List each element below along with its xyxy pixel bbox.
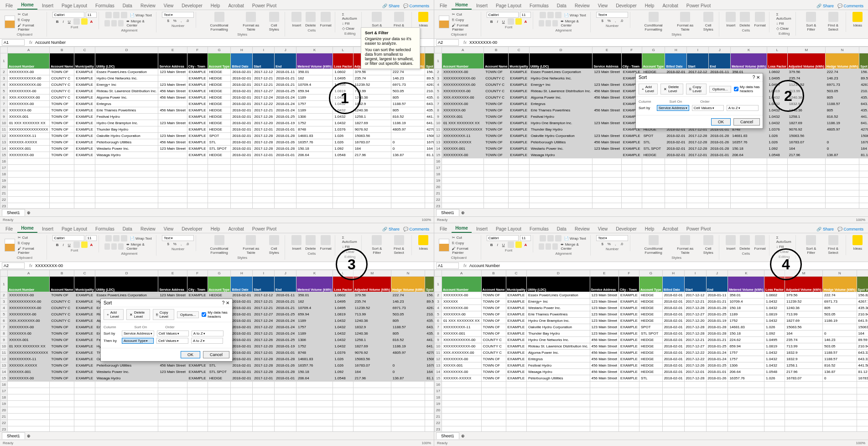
cell[interactable]: STL [639, 375, 662, 382]
number-format[interactable]: Text [596, 235, 628, 241]
cell[interactable]: 1.0376 [333, 126, 353, 133]
cell[interactable]: XXXXXXXX-00 [7, 69, 49, 75]
col-header[interactable]: F [619, 270, 639, 277]
data-row[interactable]: 4XXXXXXXXXXX-00COUNTY CEXAMPLEEnergy+ In… [0, 82, 434, 88]
cell[interactable]: 81.12 [857, 369, 868, 375]
header-cell[interactable]: End [709, 53, 731, 69]
font-name[interactable]: Calibri [52, 12, 84, 18]
fill-color-icon[interactable] [81, 18, 88, 25]
cell[interactable]: EXAMPLE [619, 318, 639, 324]
cell[interactable]: 435.36 [425, 94, 434, 101]
cell[interactable]: EXAMPLE [74, 324, 95, 331]
data-row[interactable]: 11XXX-XXXXXXX-00COUNTY CEXAMPLEAlgoma Po… [435, 350, 868, 356]
cell[interactable]: EXAMPLE [74, 82, 95, 88]
cell[interactable]: 2018-01-28 [709, 146, 731, 152]
cell[interactable]: 659.94 [296, 88, 333, 94]
cell[interactable]: Hydro One Networks Inc. [95, 75, 158, 82]
cell[interactable]: 6971.73 [823, 299, 857, 305]
fill-color-icon[interactable] [81, 241, 88, 248]
cell[interactable]: 2018-01-19 [706, 318, 728, 324]
data-row[interactable]: 4XXXXXXXX-00TOWN OFEXAMPLEWestario Power… [435, 305, 868, 311]
header-cell[interactable]: Utility (LDC) [526, 277, 590, 292]
cell[interactable]: 2018-02-01 [662, 311, 684, 318]
number-format[interactable]: Text [596, 12, 628, 18]
cell[interactable]: 503.05 [823, 343, 857, 350]
cell[interactable]: 805 [823, 305, 857, 311]
cell[interactable]: Peterborough Utilities [95, 139, 158, 146]
cell[interactable]: 123 Main Street [593, 69, 621, 75]
ok-button[interactable]: OK [181, 351, 200, 358]
format-table-icon[interactable] [680, 12, 690, 22]
header-cell[interactable]: Metered Volume (kWh) [296, 53, 333, 69]
cell[interactable]: COUNTY C [481, 343, 506, 350]
cell[interactable]: EXAMPLE [509, 114, 529, 120]
cond-format-icon[interactable] [649, 235, 659, 245]
cell[interactable]: HEDGE [639, 356, 662, 362]
cell[interactable]: Algoma Power Inc. [529, 94, 593, 101]
cell[interactable]: 2018-01-26 [275, 139, 296, 146]
cell[interactable]: XXX-XXXXXXX-00 [442, 94, 483, 101]
cell[interactable]: 2017-12-28 [253, 362, 275, 369]
clear-btn[interactable]: ◇ Clear [775, 26, 794, 31]
cell[interactable]: XXXXXXXX-00 [442, 305, 481, 311]
cell[interactable]: EXAMPLE [74, 343, 95, 350]
font-size[interactable]: 11 [86, 235, 97, 241]
cell[interactable]: 2018-01-24 [275, 331, 296, 337]
cell[interactable]: Oakville Hydro Corporation [526, 324, 590, 331]
cell-styles-icon[interactable] [269, 235, 279, 245]
align-bot[interactable] [121, 12, 127, 18]
cell[interactable]: 1.0432 [333, 318, 353, 324]
cell[interactable]: EXAMPLE [509, 82, 529, 88]
cell[interactable]: Westario Power Inc. [526, 305, 590, 311]
cell[interactable]: XXXXXX-XXXXX [442, 139, 483, 146]
cell[interactable]: 1.0376 [333, 350, 353, 356]
cell[interactable]: 123 Main Street [590, 292, 619, 299]
cell[interactable]: EXAMPLE [187, 82, 208, 88]
cell[interactable]: EXAMPLE [74, 331, 95, 337]
cell[interactable]: XXXXXX-001 [442, 146, 483, 152]
underline-btn[interactable]: U [67, 242, 72, 247]
col-header[interactable]: I [253, 270, 275, 277]
cell[interactable]: 2018-02-01 [231, 126, 253, 133]
cell[interactable]: Thunder Bay Hydro [95, 126, 158, 133]
cell[interactable]: 0 [391, 139, 425, 146]
cell[interactable]: 441.58 [857, 362, 868, 369]
align-bot[interactable] [555, 12, 561, 18]
data-row[interactable]: 10XXXXXXXXXXX-00COUNTY CEXAMPLERideau St… [435, 343, 868, 350]
cell[interactable]: 89.59 [857, 337, 868, 343]
font-name[interactable]: Calibri [487, 235, 519, 241]
cell[interactable]: TOWN OF [50, 133, 74, 139]
cell[interactable]: EXAMPLE [187, 88, 208, 94]
cell[interactable]: 1.026 [333, 133, 353, 139]
cell[interactable] [158, 75, 187, 82]
cell[interactable]: COUNTY C [484, 75, 509, 82]
cell[interactable]: 1.0432 [333, 120, 353, 126]
cell[interactable]: COUNTY C [50, 305, 74, 311]
headers-checkbox[interactable]: My data has headers [734, 85, 760, 93]
cell[interactable]: 713.99 [785, 311, 823, 318]
cell[interactable]: 222.74 [391, 69, 425, 75]
cell[interactable]: 1186.19 [391, 120, 425, 126]
cell[interactable]: 136.87 [825, 152, 859, 158]
cell[interactable]: 210.94 [857, 343, 868, 350]
cell[interactable]: 1.0432 [764, 350, 785, 356]
cell[interactable]: 2018-01-01 [275, 152, 296, 158]
align-top[interactable] [105, 235, 112, 241]
paste-icon[interactable] [439, 16, 449, 28]
cell[interactable]: 156.82 [425, 292, 434, 299]
cell[interactable]: 456 Main Street [590, 356, 619, 362]
cell[interactable]: 2018-02-01 [231, 299, 253, 305]
cell[interactable]: TOWN OF [481, 375, 506, 382]
options-btn[interactable]: Options... [177, 311, 199, 318]
cell[interactable]: 2017-12-20 [684, 318, 706, 324]
cell[interactable]: EXAMPLE [74, 120, 95, 126]
cell[interactable]: 123 Main Street [158, 69, 187, 75]
cell[interactable]: 805 [391, 94, 425, 101]
cell[interactable]: 4270.95 [859, 126, 868, 133]
align-mid[interactable] [113, 12, 120, 18]
col-header[interactable]: H [665, 47, 687, 53]
format-table-icon[interactable] [680, 235, 690, 245]
header-cell[interactable]: Utility (LDC) [95, 53, 158, 69]
cell[interactable]: 2018-01-24 [706, 350, 728, 356]
font-size[interactable]: 11 [86, 12, 97, 18]
